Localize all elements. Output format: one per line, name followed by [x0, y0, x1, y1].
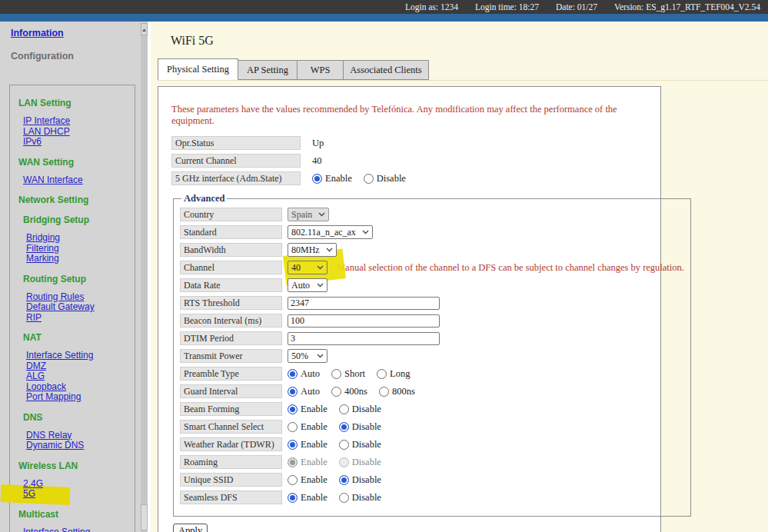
radio-enable[interactable]: Enable [288, 474, 327, 486]
radio-disable[interactable]: Disable [339, 492, 381, 504]
sidebar-link[interactable]: IPv6 [23, 136, 42, 147]
radio-button-icon[interactable] [288, 387, 298, 397]
sidebar-link[interactable]: ALG [26, 371, 45, 381]
sidebar-link[interactable]: Bridging [26, 232, 60, 243]
radio-800ns[interactable]: 800ns [379, 386, 415, 397]
radio-button-icon[interactable] [288, 422, 298, 432]
input-beacon-interval-ms-[interactable] [288, 314, 440, 328]
sidebar-group: LAN SettingIP InterfaceLAN DHCPIPv6 [10, 98, 135, 148]
field-control [288, 297, 440, 310]
tab-associated-clients[interactable]: Associated Clients [344, 60, 429, 80]
radio-enable[interactable]: Enable [288, 439, 327, 451]
radio-button-icon[interactable] [331, 387, 341, 397]
radio-label: Auto [301, 368, 320, 380]
radio-button-icon [339, 457, 349, 467]
sidebar-link[interactable]: Filtering [26, 243, 59, 254]
sidebar-link[interactable]: LAN DHCP [23, 126, 70, 137]
radio-button-icon[interactable] [339, 475, 349, 485]
form-row: RTS Threshold [180, 296, 684, 310]
radio-label: Auto [301, 386, 320, 397]
sidebar-item-dns-relay: DNS Relay [10, 431, 135, 441]
apply-button[interactable]: Apply [173, 524, 208, 532]
select-data-rate[interactable]: Auto [288, 278, 327, 292]
select-standard[interactable]: 802.11a_n_ac_ax [288, 225, 373, 239]
radio-enable[interactable]: Enable [288, 404, 327, 415]
form-row: Transmit Power50% [180, 349, 684, 363]
form-row: Guard IntervalAuto400ns800ns [180, 384, 684, 398]
radio-label: Enable [301, 474, 327, 486]
radio-enable[interactable]: Enable [288, 421, 327, 433]
field-control: Auto400ns800ns [288, 386, 427, 397]
sidebar-link[interactable]: 2.4G [23, 478, 43, 489]
radio-button-icon[interactable] [339, 440, 349, 450]
sidebar-item-default-gateway: Default Gateway [10, 302, 135, 313]
radio-enable[interactable]: Enable [288, 492, 327, 504]
scroll-up-arrow-icon[interactable]: ▲ [141, 23, 148, 35]
radio-button-icon[interactable] [288, 475, 298, 485]
radio-button-icon[interactable] [377, 369, 387, 379]
radio-enable[interactable]: Enable [312, 173, 352, 185]
tab-physical-setting[interactable]: Physical Setting [158, 58, 238, 80]
radio-button-icon[interactable] [364, 174, 374, 184]
input-dtim-period[interactable] [288, 332, 440, 345]
radio-button-icon[interactable] [331, 369, 341, 379]
radio-button-icon[interactable] [339, 493, 349, 503]
sidebar-link[interactable]: Marking [26, 253, 59, 264]
tab-wps[interactable]: WPS [298, 60, 344, 80]
sidebar-link[interactable]: RIP [26, 312, 42, 323]
form-row: Current Channel40 [171, 154, 647, 168]
radio-long[interactable]: Long [377, 368, 410, 380]
field-label: DTIM Period [180, 331, 282, 345]
page-title: WiFi 5G [171, 34, 768, 48]
radio-auto[interactable]: Auto [288, 368, 320, 380]
radio-button-icon[interactable] [339, 404, 349, 414]
radio-button-icon[interactable] [339, 422, 349, 432]
radio-short[interactable]: Short [331, 368, 365, 380]
sidebar-link[interactable]: Interface Setting [26, 350, 93, 361]
radio-disable[interactable]: Disable [339, 421, 381, 433]
sidebar-item-wan-interface: WAN Interface [10, 175, 135, 186]
sidebar-scrollbar[interactable]: ▲ [141, 23, 148, 532]
sidebar-link[interactable]: DMZ [26, 361, 46, 371]
select-channel[interactable]: 40 [288, 261, 327, 274]
radio-disable[interactable]: Disable [339, 439, 381, 451]
advanced-fieldset: Advanced CountrySpainStandard802.11a_n_a… [173, 193, 691, 517]
field-control: EnableDisable [288, 404, 393, 415]
sidebar-link[interactable]: WAN Interface [23, 175, 83, 185]
radio-button-icon[interactable] [288, 369, 298, 379]
select-value: 802.11a_n_ac_ax [291, 227, 356, 238]
radio-button-icon[interactable] [288, 493, 298, 503]
sidebar-link[interactable]: Port Mapping [26, 391, 81, 402]
sidebar-link[interactable]: Dynamic DNS [26, 440, 84, 451]
sidebar-link[interactable]: Loopback [26, 381, 66, 392]
radio-button-icon[interactable] [312, 174, 322, 184]
sidebar-link[interactable]: IP Interface [23, 115, 70, 126]
radio-button-icon[interactable] [288, 440, 298, 450]
field-control: 40 [312, 155, 322, 167]
sidebar-link[interactable]: Default Gateway [26, 301, 95, 312]
sidebar-group-header: Multicast [10, 509, 135, 520]
sidebar-link[interactable]: DNS Relay [26, 430, 71, 441]
radio-400ns[interactable]: 400ns [331, 386, 367, 397]
chevron-down-icon [362, 230, 369, 234]
radio-button-icon[interactable] [288, 404, 298, 414]
radio-disable[interactable]: Disable [364, 173, 406, 185]
radio-button-icon[interactable] [379, 387, 389, 397]
radio-disable[interactable]: Disable [339, 404, 381, 415]
radio-disable[interactable]: Disable [339, 474, 381, 486]
sidebar-link[interactable]: Interface Setting [23, 527, 90, 532]
tab-ap-setting[interactable]: AP Setting [238, 60, 298, 80]
scrollbar-thumb[interactable] [141, 504, 148, 530]
sidebar-link[interactable]: Routing Rules [26, 291, 84, 302]
select-bandwidth[interactable]: 80MHz [288, 243, 337, 257]
sidebar-group: DNSDNS RelayDynamic DNS [10, 412, 135, 451]
tab-bar: Physical SettingAP SettingWPSAssociated … [158, 58, 768, 80]
sidebar-item-information[interactable]: Information [11, 28, 64, 38]
input-rts-threshold[interactable] [288, 297, 440, 310]
radio-auto[interactable]: Auto [288, 386, 320, 397]
field-control: EnableDisable [312, 173, 417, 185]
select-transmit-power[interactable]: 50% [288, 349, 327, 363]
dfs-regulation-note: Manual selection of the channel to a DFS… [337, 262, 684, 274]
sidebar-link[interactable]: 5G [23, 488, 35, 499]
sidebar-group: WAN SettingWAN Interface [10, 157, 135, 186]
